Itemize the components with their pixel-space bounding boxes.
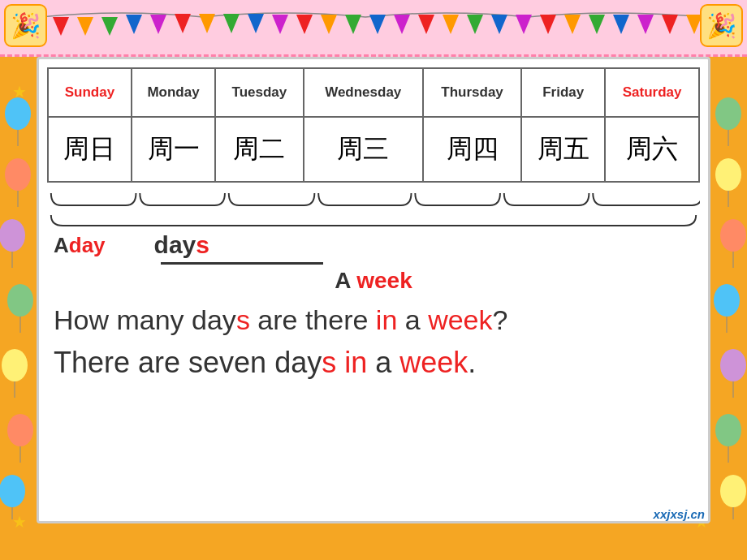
svg-marker-7 bbox=[126, 15, 142, 34]
svg-marker-21 bbox=[467, 15, 483, 34]
svg-marker-10 bbox=[199, 14, 215, 33]
bunting bbox=[41, 5, 706, 50]
s2-week: week bbox=[399, 346, 468, 379]
s1-a: a bbox=[397, 304, 428, 335]
s2-in: in bbox=[344, 346, 367, 379]
svg-marker-15 bbox=[321, 15, 337, 34]
s1-week: week bbox=[428, 304, 492, 335]
s1-s: s bbox=[236, 304, 250, 335]
cell-zhouyi: 周一 bbox=[132, 117, 215, 182]
svg-marker-27 bbox=[613, 15, 629, 34]
party-icon-left: 🎉 bbox=[3, 3, 48, 48]
s1-q: ? bbox=[493, 304, 508, 335]
svg-point-49 bbox=[720, 219, 746, 252]
svg-point-39 bbox=[2, 349, 28, 381]
svg-marker-5 bbox=[77, 17, 93, 36]
chinese-row: 周日 周一 周二 周三 周四 周五 周六 bbox=[48, 117, 699, 182]
a-week-label: A week bbox=[47, 268, 700, 294]
bracket-row bbox=[47, 189, 700, 230]
s2-a: a bbox=[367, 346, 399, 379]
svg-point-35 bbox=[0, 219, 25, 252]
days-underline bbox=[161, 262, 323, 265]
s1-mid: are there bbox=[250, 304, 376, 335]
bracket-svg bbox=[47, 189, 700, 230]
svg-marker-8 bbox=[150, 15, 166, 34]
s1-how: How many day bbox=[54, 304, 236, 335]
svg-marker-18 bbox=[394, 15, 410, 34]
cell-zhouri: 周日 bbox=[48, 117, 132, 182]
s2-s: s bbox=[322, 346, 336, 379]
svg-marker-17 bbox=[369, 15, 386, 34]
svg-marker-25 bbox=[564, 15, 581, 34]
svg-marker-13 bbox=[272, 15, 288, 34]
right-balloons bbox=[710, 49, 747, 560]
s1-in: in bbox=[376, 304, 397, 335]
svg-marker-14 bbox=[296, 15, 313, 34]
svg-point-43 bbox=[0, 475, 25, 507]
svg-text:🎉: 🎉 bbox=[11, 11, 41, 41]
header-monday: Monday bbox=[132, 68, 215, 117]
sentence1: How many days are there in a week? bbox=[47, 299, 700, 341]
watermark: xxjxsj.cn bbox=[654, 507, 705, 521]
svg-point-55 bbox=[715, 414, 741, 446]
cell-zhouliu: 周六 bbox=[605, 117, 699, 182]
week-red: week bbox=[356, 268, 412, 293]
svg-text:🎉: 🎉 bbox=[706, 11, 737, 41]
svg-marker-4 bbox=[53, 17, 69, 36]
s2-mid bbox=[336, 346, 344, 379]
cell-zhouer: 周二 bbox=[215, 117, 303, 182]
day-label: day bbox=[69, 233, 106, 258]
s2-there: There are seven day bbox=[54, 346, 322, 379]
cell-zhouwu: 周五 bbox=[521, 117, 605, 182]
svg-marker-12 bbox=[248, 14, 264, 33]
days-s-red: s bbox=[196, 231, 209, 258]
svg-marker-26 bbox=[589, 15, 605, 34]
svg-point-47 bbox=[715, 158, 741, 191]
svg-marker-20 bbox=[443, 15, 459, 34]
header-thursday: Thursday bbox=[423, 68, 521, 117]
header-row: Sunday Monday Tuesday Wednesday Thursday… bbox=[48, 68, 699, 117]
svg-marker-24 bbox=[540, 15, 556, 34]
svg-point-31 bbox=[5, 97, 31, 130]
cell-zhousan: 周三 bbox=[304, 117, 423, 182]
svg-point-41 bbox=[7, 414, 33, 446]
svg-point-51 bbox=[714, 284, 740, 317]
days-table: Sunday Monday Tuesday Wednesday Thursday… bbox=[47, 67, 700, 183]
svg-point-33 bbox=[5, 158, 31, 191]
days-block: days bbox=[154, 231, 209, 259]
svg-marker-22 bbox=[491, 15, 507, 34]
a-label: A bbox=[54, 233, 69, 258]
svg-marker-29 bbox=[662, 15, 678, 34]
header-tuesday: Tuesday bbox=[215, 68, 303, 117]
svg-marker-11 bbox=[223, 14, 240, 33]
banner: 🎉 🎉 bbox=[0, 0, 747, 57]
a-week-text: A bbox=[335, 268, 356, 293]
svg-marker-28 bbox=[637, 15, 654, 34]
a-day-line: A day days bbox=[54, 231, 700, 259]
svg-marker-16 bbox=[345, 15, 361, 34]
party-icon-right: 🎉 bbox=[699, 3, 744, 48]
header-friday: Friday bbox=[521, 68, 605, 117]
cell-zhousi: 周四 bbox=[423, 117, 521, 182]
svg-point-37 bbox=[7, 284, 33, 317]
s2-period: . bbox=[468, 346, 476, 379]
outer-border: 🎉 🎉 bbox=[0, 0, 747, 560]
header-sunday: Sunday bbox=[48, 68, 132, 117]
svg-marker-9 bbox=[175, 14, 191, 33]
svg-point-53 bbox=[720, 349, 746, 381]
svg-marker-19 bbox=[418, 15, 434, 34]
header-saturday: Saturday bbox=[605, 68, 699, 117]
header-wednesday: Wednesday bbox=[304, 68, 423, 117]
main-content: Sunday Monday Tuesday Wednesday Thursday… bbox=[37, 57, 710, 523]
svg-marker-23 bbox=[516, 15, 532, 34]
svg-point-45 bbox=[715, 97, 741, 130]
svg-marker-6 bbox=[101, 17, 118, 36]
svg-point-57 bbox=[720, 475, 746, 507]
sentence2: There are seven days in a week. bbox=[47, 341, 700, 386]
left-balloons bbox=[0, 49, 37, 560]
